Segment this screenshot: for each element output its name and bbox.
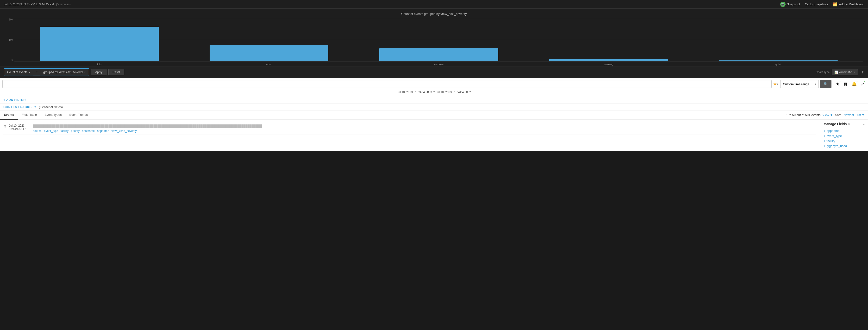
manage-fields-header: Manage Fields ✏ » — [824, 122, 865, 126]
snapshot-label: Snapshot — [787, 2, 800, 6]
bar-group-warning[interactable]: warning — [524, 18, 693, 61]
tab-event-trends[interactable]: Event Trends — [66, 110, 92, 120]
chart-title: Count of events grouped by vmw_esxi_seve… — [5, 12, 863, 16]
collapse-panel-icon[interactable]: » — [863, 122, 865, 126]
favorite-star-button[interactable]: ★ ▼ — [773, 81, 779, 87]
bar-error — [210, 45, 328, 61]
sort-value-button[interactable]: Newest First ▼ — [843, 113, 865, 117]
count-of-events-label: Count of events — [7, 71, 27, 74]
tab-field-table[interactable]: Field Table — [18, 110, 41, 120]
top-actions: 📷 Snapshot Go to Snapshots 🗂️ Add to Das… — [780, 2, 864, 7]
add-alert-button[interactable]: 🔔 + — [850, 81, 858, 87]
save-search-icon: ★ — [836, 82, 840, 86]
tag-source[interactable]: source — [33, 129, 41, 133]
datetime-to: to — [36, 3, 38, 6]
edit-fields-icon[interactable]: ✏ — [848, 122, 851, 126]
chart-y-axis: 20k 10k 0 — [5, 18, 14, 61]
grouped-by-button[interactable]: grouped by vmw_esxi_severity ▼ — [40, 69, 89, 75]
share-button[interactable]: ↗ ▼ — [859, 81, 866, 87]
tab-event-types[interactable]: Event Types — [41, 110, 65, 120]
chart-type-value: Automatic — [839, 71, 852, 74]
field-plus-icon-facility: + — [824, 139, 826, 143]
add-filter-button[interactable]: + ADD FILTER — [3, 98, 26, 102]
snapshot-icon: 📷 — [780, 2, 785, 7]
save-search-button[interactable]: ★ + — [834, 81, 841, 87]
field-label-event-type: event_type — [827, 134, 842, 138]
add-widget-icon: ▦ — [843, 82, 847, 86]
apply-label: Apply — [95, 71, 102, 74]
apply-button[interactable]: Apply — [91, 69, 106, 75]
content-packs-label[interactable]: CONTENT PACKS — [3, 105, 31, 109]
time-range-select[interactable]: Custom time range — [780, 80, 819, 88]
field-plus-icon-event-type: + — [824, 134, 826, 138]
snapshot-button[interactable]: 📷 Snapshot — [780, 2, 800, 7]
grid-line-bot — [14, 61, 863, 62]
bar-warning — [549, 59, 668, 61]
y-label-10k: 10k — [5, 38, 13, 41]
sort-chevron-icon: ▼ — [862, 113, 865, 117]
bar-group-verbose[interactable]: verbose — [354, 18, 524, 61]
range-start: Jul 10, 2023 , 15:39:45.833 — [397, 90, 432, 94]
results-info: 1 to 50 out of 50+ events View ▼ Sort: N… — [783, 113, 868, 117]
star-chevron-icon: ▼ — [776, 83, 779, 85]
chart-type-label: Chart Type — [815, 71, 830, 74]
event-date: Jul 10, 2023 — [9, 124, 31, 127]
field-item-facility[interactable]: + facility — [824, 138, 865, 143]
tag-hostname[interactable]: hostname — [82, 129, 95, 133]
add-to-dashboard-button[interactable]: 🗂️ Add to Dashboard — [833, 2, 864, 6]
search-go-button[interactable]: 🔍 — [820, 80, 832, 88]
content-packs-chevron-icon: ▼ — [34, 106, 36, 108]
add-widget-button[interactable]: ▦ + — [842, 81, 849, 87]
time-range-wrapper: Custom time range ▼ — [780, 80, 819, 88]
results-count: 1 to 50 out of 50+ events — [786, 113, 820, 117]
bar-verbose — [379, 48, 498, 61]
add-dashboard-icon: 🗂️ — [833, 2, 838, 6]
goto-snapshots-link[interactable]: Go to Snapshots — [805, 2, 828, 6]
extract-all-fields-link[interactable]: (Extract all fields) — [39, 105, 63, 109]
bar-info — [40, 27, 159, 61]
view-chevron-icon: ▼ — [830, 113, 833, 117]
count-of-events-button[interactable]: Count of events ▼ — [4, 69, 33, 75]
add-filter-row: + ADD FILTER — [0, 96, 868, 104]
manage-fields-panel: Manage Fields ✏ » + appname + event_type… — [820, 120, 868, 151]
field-item-gigabyte-used[interactable]: + gigabyte_used — [824, 143, 865, 148]
tabs-group: Events Field Table Event Types Event Tre… — [0, 110, 92, 119]
tag-facility[interactable]: facility — [61, 129, 68, 133]
bar-group-quiet[interactable]: quiet — [693, 18, 863, 61]
field-label-facility: facility — [827, 139, 835, 143]
expand-icon[interactable]: ⬆ — [861, 70, 864, 74]
grouped-by-label: grouped by vmw_esxi_severity — [43, 71, 83, 74]
event-tags: source event_type facility priority host… — [33, 129, 262, 133]
bar-label-verbose: verbose — [434, 63, 443, 66]
chart-type-button[interactable]: 📊 Automatic ▼ — [832, 69, 858, 75]
event-text: ████████████████████████████████████████… — [33, 124, 262, 128]
tag-appname[interactable]: appname — [97, 129, 109, 133]
bar-group-info[interactable]: info — [14, 18, 184, 61]
datetime-range: Jul 10, 2023 3:39:45 PM to 3:44:45 PM (5… — [4, 3, 71, 6]
widget-plus-icon: + — [847, 81, 848, 83]
view-button[interactable]: View ▼ — [823, 113, 833, 117]
toolbar-icons: ★ + ▦ + 🔔 + ↗ ▼ — [834, 81, 866, 87]
event-gear-icon[interactable]: ⚙ — [3, 125, 6, 133]
field-item-appname[interactable]: + appname — [824, 128, 865, 133]
reset-button[interactable]: Reset — [108, 69, 124, 75]
tab-events[interactable]: Events — [0, 110, 18, 120]
table-row: ⚙ Jul 10, 2023 15:44:45.817 ████████████… — [3, 122, 816, 135]
y-label-0: 0 — [5, 58, 13, 61]
bar-quiet — [719, 60, 838, 61]
alert-plus-icon: + — [857, 81, 858, 83]
tag-event-type[interactable]: event_type — [44, 129, 58, 133]
datetime-start: Jul 10, 2023 3:39:45 PM — [4, 3, 35, 6]
field-item-event-type[interactable]: + event_type — [824, 133, 865, 138]
manage-fields-title: Manage Fields — [824, 122, 847, 126]
tag-vmw-vsan-severity[interactable]: vmw_vsan_severity — [112, 129, 137, 133]
range-to: to — [433, 90, 436, 94]
tag-priority[interactable]: priority — [71, 129, 80, 133]
field-plus-icon-gigabyte-used: + — [824, 144, 826, 148]
add-filter-label: + ADD FILTER — [3, 98, 26, 102]
chart-container: Count of events grouped by vmw_esxi_seve… — [0, 9, 868, 66]
search-input[interactable] — [2, 80, 772, 88]
bar-group-error[interactable]: error — [184, 18, 354, 61]
add-field-button[interactable]: + — [33, 69, 40, 76]
bar-label-warning: warning — [604, 63, 613, 66]
